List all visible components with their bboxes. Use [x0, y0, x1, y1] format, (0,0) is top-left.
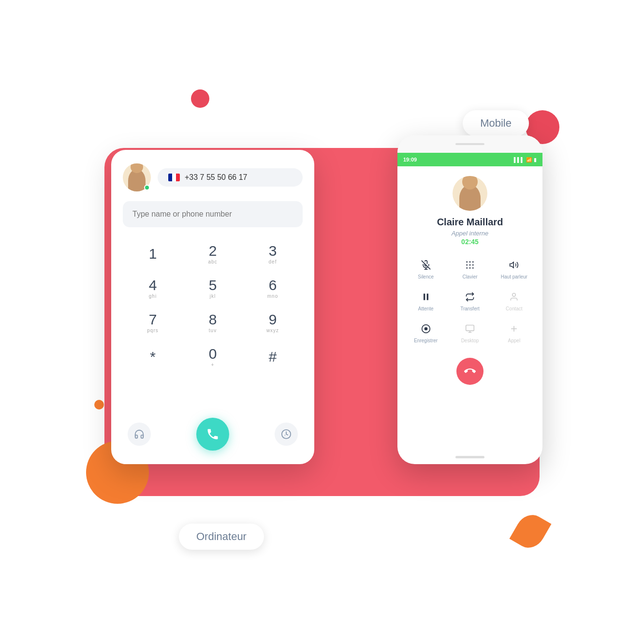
speaker-button[interactable]: Haut parleur	[494, 255, 535, 284]
dial-key-5[interactable]: 5 jkl	[183, 273, 243, 304]
add-call-button[interactable]: Appel	[494, 319, 535, 348]
dial-key-star[interactable]: *	[123, 342, 183, 372]
transfer-button[interactable]: Transfert	[449, 287, 490, 316]
add-call-icon	[509, 324, 519, 336]
dialpad-button[interactable]: Clavier	[449, 255, 490, 284]
hold-button[interactable]: Attente	[405, 287, 446, 316]
avatar-figure	[128, 169, 146, 191]
dial-key-1[interactable]: 1	[123, 239, 183, 269]
hold-label: Attente	[418, 306, 434, 311]
svg-rect-20	[466, 325, 474, 331]
svg-rect-10	[472, 264, 474, 266]
dial-key-hash[interactable]: #	[243, 342, 303, 372]
add-call-label: Appel	[508, 338, 521, 343]
wifi-icon: 📶	[526, 157, 532, 162]
call-button[interactable]	[196, 418, 229, 451]
scene: Ordinateur Mobile +33 7	[0, 0, 644, 644]
svg-rect-13	[472, 267, 474, 269]
pause-icon	[421, 292, 431, 304]
dialpad: 1 2 abc 3 def 4 ghi 5 jkl 6 mno	[123, 239, 303, 372]
phone-notch	[455, 143, 484, 145]
svg-marker-14	[510, 262, 514, 268]
battery-icon: ▮	[534, 157, 537, 162]
signal-icon: ▌▌▌	[514, 157, 524, 162]
desktop-label: Desktop	[461, 338, 479, 343]
mobile-phone: 19:09 ▌▌▌ 📶 ▮ Claire Maillard Appel inte…	[397, 135, 542, 464]
desktop-widget: +33 7 55 50 66 17 1 2 abc 3 def 4 ghi	[111, 150, 314, 464]
avatar-wrapper	[123, 163, 151, 191]
transfer-label: Transfert	[460, 306, 480, 311]
record-label: Enregistrer	[414, 338, 438, 343]
dial-key-9[interactable]: 9 wxyz	[243, 307, 303, 338]
dial-key-4[interactable]: 4 ghi	[123, 273, 183, 304]
home-indicator	[397, 450, 542, 464]
dial-key-2[interactable]: 2 abc	[183, 239, 243, 269]
dial-key-6[interactable]: 6 mno	[243, 273, 303, 304]
speaker-label: Haut parleur	[501, 274, 527, 279]
svg-point-17	[512, 293, 516, 297]
headset-button[interactable]	[128, 423, 151, 446]
call-timer: 02:45	[461, 238, 479, 246]
dial-key-8[interactable]: 8 tuv	[183, 307, 243, 338]
transfer-icon	[465, 292, 475, 304]
dial-key-3[interactable]: 3 def	[243, 239, 303, 269]
phone-pill: +33 7 55 50 66 17	[158, 168, 303, 187]
contact-icon	[509, 292, 519, 304]
svg-rect-11	[466, 267, 468, 269]
avatar-status-dot	[144, 185, 150, 190]
svg-text:z: z	[284, 434, 286, 437]
svg-rect-12	[469, 267, 471, 269]
phone-top-bar	[397, 135, 542, 153]
svg-rect-5	[466, 262, 468, 263]
caller-avatar-figure	[459, 185, 481, 211]
status-icons: ▌▌▌ 📶 ▮	[514, 157, 537, 162]
dial-key-7[interactable]: 7 pqrs	[123, 307, 183, 338]
snooze-button[interactable]: z	[275, 423, 298, 446]
silence-label: Silence	[418, 274, 434, 279]
deco-leaf-orange	[510, 510, 552, 554]
svg-rect-6	[469, 262, 471, 263]
record-button[interactable]: Enregistrer	[405, 319, 446, 348]
dial-key-0[interactable]: 0 +	[183, 342, 243, 372]
label-ordinateur: Ordinateur	[179, 524, 264, 550]
status-time: 19:09	[403, 157, 417, 162]
svg-rect-9	[469, 264, 471, 266]
dialpad-icon	[465, 260, 475, 272]
caller-name: Claire Maillard	[437, 217, 503, 228]
caller-type: Appel interne	[452, 230, 489, 237]
flag-france-icon	[168, 174, 180, 181]
label-mobile: Mobile	[463, 110, 529, 136]
svg-rect-7	[472, 262, 474, 263]
desktop-icon	[465, 324, 475, 336]
record-icon	[421, 324, 431, 336]
contact-button[interactable]: Contact	[494, 287, 535, 316]
speaker-icon	[509, 260, 519, 272]
desktop-button[interactable]: Desktop	[449, 319, 490, 348]
search-input[interactable]	[123, 201, 303, 227]
svg-rect-8	[466, 264, 468, 266]
end-call-button[interactable]	[456, 358, 483, 385]
call-content: Claire Maillard Appel interne 02:45	[397, 166, 542, 450]
home-bar	[455, 456, 484, 458]
mic-off-icon	[421, 260, 431, 272]
status-bar: 19:09 ▌▌▌ 📶 ▮	[397, 153, 542, 166]
svg-point-19	[424, 328, 427, 330]
silence-button[interactable]: Silence	[405, 255, 446, 284]
widget-header: +33 7 55 50 66 17	[123, 163, 303, 191]
widget-bottom-bar: z	[123, 418, 303, 451]
svg-rect-15	[424, 293, 425, 300]
avatar-head	[131, 163, 143, 173]
dialpad-label: Clavier	[462, 274, 477, 279]
phone-number: +33 7 55 50 66 17	[185, 173, 247, 182]
contact-label: Contact	[506, 306, 522, 311]
caller-avatar-head	[462, 176, 478, 190]
deco-circle-red-top	[191, 89, 209, 108]
deco-circle-orange-small	[94, 400, 104, 410]
action-grid: Silence	[405, 255, 535, 348]
svg-rect-16	[426, 293, 428, 300]
caller-avatar	[453, 176, 487, 211]
